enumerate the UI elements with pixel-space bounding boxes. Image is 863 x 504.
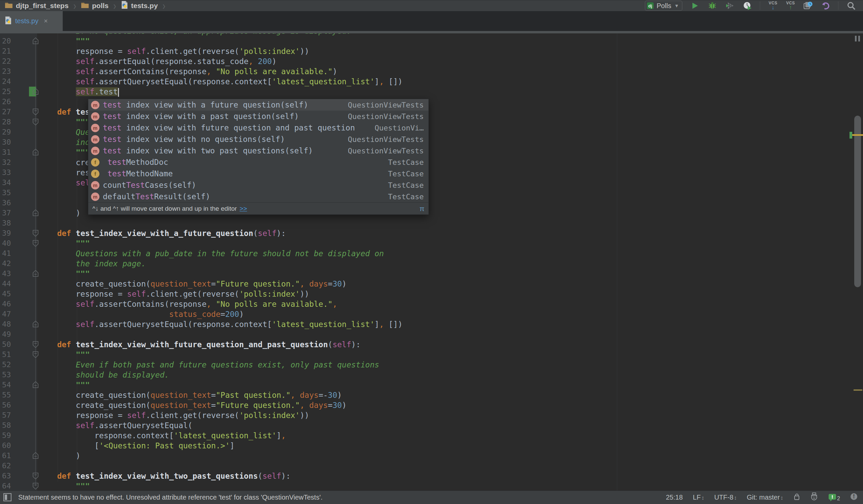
line-separator-widget[interactable]: LF↕	[693, 493, 704, 501]
line-number[interactable]: 56	[2, 400, 17, 410]
inspection-indicator-icon[interactable]	[855, 36, 860, 41]
code-line-50[interactable]: def test_index_view_with_future_question…	[38, 340, 361, 350]
line-number[interactable]: 45	[2, 289, 17, 299]
line-number[interactable]: 22	[2, 56, 17, 66]
error-stripe-vcs-mark[interactable]	[850, 132, 852, 139]
code-line-19[interactable]: If no questions exist, an appropriate me…	[38, 33, 351, 36]
code-line-22[interactable]: self.assertEqual(response.status_code, 2…	[38, 56, 276, 66]
line-number[interactable]: 40	[2, 238, 17, 249]
line-number[interactable]: 50	[2, 340, 17, 350]
line-number[interactable]: 38	[2, 218, 17, 228]
line-number[interactable]: 31	[2, 147, 17, 158]
line-number[interactable]: 39	[2, 228, 17, 238]
line-number[interactable]: 47	[2, 309, 17, 319]
line-number[interactable]: 43	[2, 269, 17, 279]
code-line-63[interactable]: def test_index_view_with_two_past_questi…	[38, 471, 291, 481]
line-number[interactable]: 29	[2, 127, 17, 137]
line-number[interactable]: 24	[2, 77, 17, 87]
recent-changes-button[interactable]	[803, 1, 813, 11]
code-line-58[interactable]: self.assertQuerysetEqual(	[38, 420, 192, 430]
line-number[interactable]: 54	[2, 380, 17, 390]
profiler-button[interactable]	[742, 1, 752, 11]
completion-more-link[interactable]: >>	[240, 205, 247, 212]
code-line-31[interactable]: """	[38, 147, 90, 158]
code-line-57[interactable]: response = self.client.get(reverse('poll…	[38, 410, 309, 420]
code-line-43[interactable]: """	[38, 269, 90, 279]
fold-end-icon[interactable]	[32, 452, 39, 459]
scrollbar-thumb[interactable]	[854, 116, 861, 287]
fold-start-icon[interactable]	[32, 108, 39, 116]
code-line-59[interactable]: response.context['latest_question_list']…	[38, 430, 286, 441]
fold-start-icon[interactable]	[32, 229, 39, 237]
code-line-64[interactable]: """	[38, 481, 90, 491]
completion-item[interactable]: mtest_index_view_with_no_questions(self)…	[88, 134, 428, 145]
completion-item[interactable]: mtest_index_view_with_two_past_questions…	[88, 145, 428, 156]
code-line-46[interactable]: self.assertContains(response, "No polls …	[38, 299, 337, 309]
fold-end-icon[interactable]	[32, 381, 39, 389]
breadcrumb-folder[interactable]: polls	[81, 2, 109, 10]
code-line-41[interactable]: Questions with a pub_date in the future …	[38, 249, 384, 259]
fold-end-icon[interactable]	[32, 320, 39, 328]
code-line-39[interactable]: def test_index_view_with_a_future_questi…	[38, 228, 286, 238]
line-number[interactable]: 48	[2, 319, 17, 329]
undo-button[interactable]	[821, 1, 831, 11]
error-stripe-warning-mark[interactable]	[852, 134, 863, 136]
line-number[interactable]: 52	[2, 360, 17, 370]
completion-item[interactable]: mcountTestCases(self)TestCase	[88, 179, 428, 191]
hector-inspector-icon[interactable]	[810, 492, 818, 503]
search-everywhere-button[interactable]	[846, 1, 856, 11]
run-configuration-select[interactable]: dj Polls ▼	[645, 1, 682, 11]
completion-item[interactable]: mtest_index_view_with_a_future_question(…	[88, 99, 428, 111]
line-number[interactable]: 41	[2, 249, 17, 259]
code-line-21[interactable]: response = self.client.get(reverse('poll…	[38, 46, 309, 56]
code-line-37[interactable]: )	[38, 208, 80, 218]
vcs-commit-button[interactable]: VCS ↑	[786, 1, 796, 11]
fold-end-icon[interactable]	[32, 270, 39, 277]
caret-position-widget[interactable]: 25:18	[666, 493, 683, 501]
line-number[interactable]: 32	[2, 158, 17, 167]
line-number[interactable]: 55	[2, 390, 17, 400]
run-with-coverage-button[interactable]	[725, 1, 735, 11]
run-button[interactable]	[690, 1, 700, 11]
event-log-notification[interactable]: ! 2	[828, 493, 840, 502]
line-number[interactable]: 64	[2, 481, 17, 491]
line-number[interactable]: 25	[2, 87, 17, 97]
completion-item[interactable]: f_testMethodDocTestCase	[88, 156, 428, 168]
code-line-61[interactable]: )	[38, 451, 80, 461]
git-branch-widget[interactable]: Git: master↕	[747, 493, 783, 501]
line-number[interactable]: 44	[2, 279, 17, 289]
code-line-55[interactable]: create_question(question_text="Past ques…	[38, 390, 342, 400]
line-number[interactable]: 62	[2, 461, 17, 471]
line-number[interactable]: 60	[2, 441, 17, 451]
code-line-28[interactable]: """	[38, 117, 90, 127]
line-number[interactable]: 46	[2, 299, 17, 309]
lock-icon[interactable]	[793, 493, 800, 502]
line-number[interactable]: 59	[2, 430, 17, 441]
tab-tests-py[interactable]: tests.py ×	[0, 11, 63, 31]
line-number[interactable]: 58	[2, 420, 17, 430]
code-line-20[interactable]: """	[38, 36, 90, 46]
code-line-42[interactable]: the index page.	[38, 259, 146, 269]
line-number[interactable]: 20	[2, 36, 17, 46]
line-number[interactable]: 30	[2, 137, 17, 147]
code-line-48[interactable]: self.assertQuerysetEqual(response.contex…	[38, 319, 402, 329]
completion-item[interactable]: f_testMethodNameTestCase	[88, 168, 428, 179]
code-line-56[interactable]: create_question(question_text="Future qu…	[38, 400, 347, 410]
fold-start-icon[interactable]	[32, 239, 39, 247]
completion-item[interactable]: mdefaultTestResult(self)TestCase	[88, 191, 428, 202]
fold-end-icon[interactable]	[32, 37, 39, 45]
code-line-24[interactable]: self.assertQuerysetEqual(response.contex…	[38, 77, 402, 87]
error-stripe-warning-mark[interactable]	[853, 389, 862, 391]
line-number[interactable]: 26	[2, 97, 17, 107]
fold-start-icon[interactable]	[32, 351, 39, 358]
code-line-45[interactable]: response = self.client.get(reverse('poll…	[38, 289, 309, 299]
line-number[interactable]: 28	[2, 117, 17, 127]
fold-start-icon[interactable]	[32, 472, 39, 480]
code-line-51[interactable]: """	[38, 350, 90, 360]
line-number[interactable]: 21	[2, 46, 17, 56]
fold-end-icon[interactable]	[32, 88, 39, 96]
toolwindow-toggle-icon[interactable]	[3, 493, 11, 503]
fold-start-icon[interactable]	[32, 482, 39, 490]
code-line-23[interactable]: self.assertContains(response, "No polls …	[38, 66, 337, 77]
line-number[interactable]: 53	[2, 370, 17, 380]
